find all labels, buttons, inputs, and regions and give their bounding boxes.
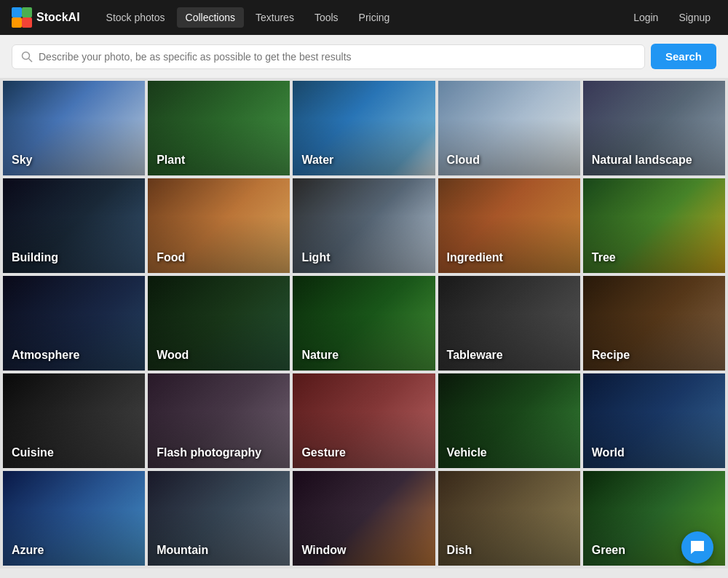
grid-item-mountain[interactable]: Mountain [148,471,290,566]
grid-item-label: Mountain [157,544,208,557]
grid-item-food[interactable]: Food [148,178,290,273]
grid-item-wood[interactable]: Wood [148,276,290,371]
logo[interactable]: StockAI [12,7,80,28]
grid-item-label: Building [12,251,58,264]
grid-item-world[interactable]: World [583,373,725,468]
signup-button[interactable]: Signup [673,9,716,26]
grid-item-label: Cloud [447,154,480,167]
svg-line-5 [29,58,33,62]
search-icon [21,51,33,63]
nav-tools[interactable]: Tools [306,7,347,28]
grid-item-label: Tableware [447,349,503,362]
svg-rect-2 [12,17,22,28]
svg-rect-3 [22,17,32,28]
grid-item-building[interactable]: Building [3,178,145,273]
svg-rect-1 [22,7,32,17]
grid-item-label: Window [301,544,346,557]
navbar: StockAI Stock photos Collections Texture… [0,0,728,35]
search-button[interactable]: Search [651,44,716,69]
grid-item-label: Atmosphere [12,349,79,362]
chat-button[interactable] [681,531,713,563]
grid-item-label: Green [592,544,625,557]
grid-item-dish[interactable]: Dish [438,471,580,566]
grid-item-label: Dish [447,544,472,557]
grid-item-label: Flash photography [157,446,261,459]
grid-item-label: Recipe [592,349,630,362]
grid-item-tree[interactable]: Tree [583,178,725,273]
grid-item-label: Natural landscape [592,154,692,167]
grid-item-tableware[interactable]: Tableware [438,276,580,371]
grid-item-label: Nature [301,349,339,362]
grid-item-vehicle[interactable]: Vehicle [438,373,580,468]
grid-item-label: Vehicle [447,446,487,459]
svg-rect-0 [12,7,22,17]
grid-item-label: Wood [157,349,189,362]
grid-item-ingredient[interactable]: Ingredient [438,178,580,273]
grid-item-cuisine[interactable]: Cuisine [3,373,145,468]
grid-item-label: Plant [157,154,185,167]
grid-item-water[interactable]: Water [293,81,435,175]
grid-item-label: World [592,446,625,459]
grid-item-label: Sky [12,154,32,167]
nav-right: Login Signup [628,9,716,26]
grid-item-window[interactable]: Window [293,471,435,566]
nav-textures[interactable]: Textures [247,7,303,28]
grid-item-label: Gesture [301,446,345,459]
search-bar: Search [0,35,728,78]
grid-item-nature[interactable]: Nature [293,276,435,371]
grid-item-label: Ingredient [447,251,503,264]
grid-item-sky[interactable]: Sky [3,81,145,175]
svg-point-4 [23,52,30,59]
grid-item-label: Azure [12,544,44,557]
grid-item-natural-landscape[interactable]: Natural landscape [583,81,725,175]
search-input-wrapper[interactable] [12,44,645,69]
grid-item-cloud[interactable]: Cloud [438,81,580,175]
chat-icon [689,539,705,555]
nav-links: Stock photos Collections Textures Tools … [98,7,622,28]
nav-collections[interactable]: Collections [177,7,244,28]
grid-item-azure[interactable]: Azure [3,471,145,566]
grid-item-plant[interactable]: Plant [148,81,290,175]
grid-item-gesture[interactable]: Gesture [293,373,435,468]
grid-item-label: Cuisine [12,446,54,459]
grid-item-flash-photography[interactable]: Flash photography [148,373,290,468]
grid-item-light[interactable]: Light [293,178,435,273]
search-input[interactable] [39,51,636,63]
grid-item-label: Tree [592,251,616,264]
grid-item-label: Light [301,251,330,264]
grid-item-atmosphere[interactable]: Atmosphere [3,276,145,371]
brand-name: StockAI [36,11,80,24]
nav-stock-photos[interactable]: Stock photos [98,7,174,28]
collections-grid: SkyPlantWaterCloudNatural landscapeBuild… [0,78,728,569]
nav-pricing[interactable]: Pricing [350,7,399,28]
logo-icon [12,7,32,28]
grid-item-recipe[interactable]: Recipe [583,276,725,371]
grid-item-label: Water [301,154,333,167]
login-button[interactable]: Login [628,9,664,26]
grid-item-label: Food [157,251,185,264]
